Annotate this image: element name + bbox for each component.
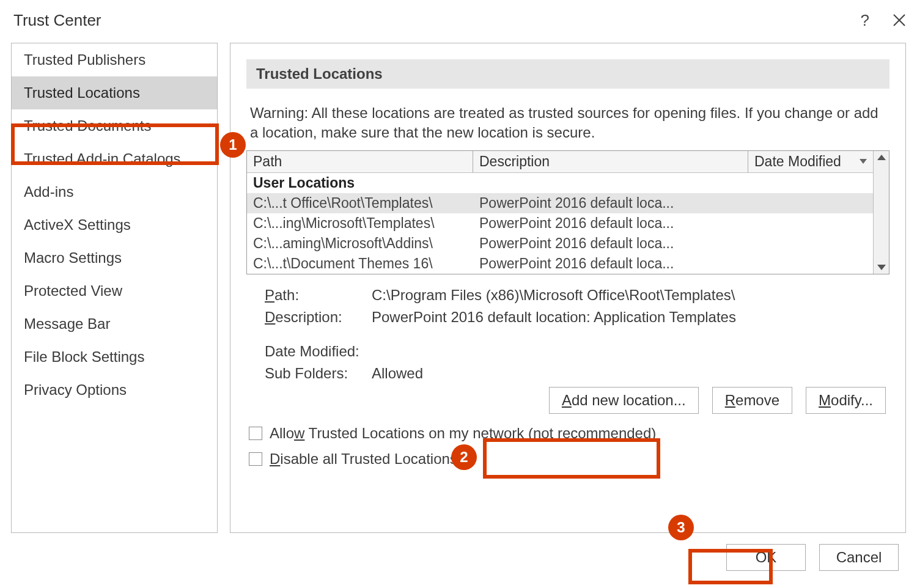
detail-label-description: Description: bbox=[265, 309, 372, 326]
detail-label-path: Path: bbox=[265, 287, 372, 304]
group-user-locations: User Locations bbox=[247, 172, 873, 193]
column-path[interactable]: Path bbox=[247, 151, 473, 172]
sidebar-item-file-block-settings[interactable]: File Block Settings bbox=[12, 340, 217, 373]
detail-value-path: C:\Program Files (x86)\Microsoft Office\… bbox=[372, 287, 871, 304]
sidebar-item-trusted-addin-catalogs[interactable]: Trusted Add-in Catalogs bbox=[12, 142, 217, 175]
warning-text: Warning: All these locations are treated… bbox=[246, 103, 889, 143]
ok-button[interactable]: OK bbox=[726, 544, 806, 571]
cell-path: C:\...t\Document Themes 16\ bbox=[247, 255, 473, 273]
column-date-label: Date Modified bbox=[754, 153, 841, 170]
sidebar-item-privacy-options[interactable]: Privacy Options bbox=[12, 373, 217, 406]
titlebar: Trust Center ? bbox=[0, 0, 917, 43]
cell-date bbox=[748, 235, 873, 252]
cell-desc: PowerPoint 2016 default loca... bbox=[473, 255, 748, 273]
cell-path: C:\...ing\Microsoft\Templates\ bbox=[247, 215, 473, 232]
section-header: Trusted Locations bbox=[246, 59, 889, 89]
dialog-footer: OK Cancel bbox=[0, 533, 917, 588]
sidebar-item-trusted-documents[interactable]: Trusted Documents bbox=[12, 109, 217, 142]
table-row[interactable]: C:\...t Office\Root\Templates\ PowerPoin… bbox=[247, 193, 873, 213]
column-description[interactable]: Description bbox=[473, 151, 748, 172]
cell-path: C:\...t Office\Root\Templates\ bbox=[247, 194, 473, 212]
sort-descending-icon bbox=[860, 159, 867, 164]
remove-button[interactable]: Remove bbox=[712, 387, 792, 414]
column-date-modified[interactable]: Date Modified bbox=[748, 151, 873, 172]
cell-date bbox=[748, 194, 873, 212]
disable-all-checkbox-row[interactable]: Disable all Trusted Locations bbox=[246, 450, 889, 468]
table-scrollbar[interactable] bbox=[873, 151, 889, 274]
cell-date bbox=[748, 215, 873, 232]
body: Trusted Publishers Trusted Locations Tru… bbox=[0, 43, 917, 533]
checkbox-icon[interactable] bbox=[249, 452, 262, 466]
close-icon[interactable] bbox=[893, 13, 906, 27]
scroll-down-icon[interactable] bbox=[877, 265, 886, 270]
help-icon[interactable]: ? bbox=[861, 12, 869, 28]
cell-date bbox=[748, 255, 873, 273]
detail-label-sub-folders: Sub Folders: bbox=[265, 365, 372, 382]
dialog-title: Trust Center bbox=[13, 11, 861, 30]
sidebar-item-add-ins[interactable]: Add-ins bbox=[12, 175, 217, 208]
sidebar-item-protected-view[interactable]: Protected View bbox=[12, 274, 217, 307]
sidebar-item-message-bar[interactable]: Message Bar bbox=[12, 307, 217, 340]
sidebar-item-trusted-locations[interactable]: Trusted Locations bbox=[12, 76, 217, 109]
modify-button[interactable]: Modify... bbox=[806, 387, 886, 414]
detail-value-description: PowerPoint 2016 default location: Applic… bbox=[372, 309, 871, 326]
main-panel: Trusted Locations Warning: All these loc… bbox=[230, 43, 906, 533]
table-row[interactable]: C:\...aming\Microsoft\Addins\ PowerPoint… bbox=[247, 233, 873, 254]
cell-desc: PowerPoint 2016 default loca... bbox=[473, 235, 748, 252]
trusted-locations-table: Path Description Date Modified User Loca… bbox=[246, 150, 889, 274]
cancel-button[interactable]: Cancel bbox=[819, 544, 899, 571]
checkbox-icon[interactable] bbox=[249, 427, 262, 440]
sidebar-item-trusted-publishers[interactable]: Trusted Publishers bbox=[12, 43, 217, 76]
detail-value-date-modified bbox=[372, 343, 871, 360]
detail-label-date-modified: Date Modified: bbox=[265, 343, 372, 360]
selection-details: Path: C:\Program Files (x86)\Microsoft O… bbox=[246, 287, 889, 382]
table-row[interactable]: C:\...ing\Microsoft\Templates\ PowerPoin… bbox=[247, 213, 873, 233]
trust-center-dialog: Trust Center ? Trusted Publishers Truste… bbox=[0, 0, 917, 588]
table-header-row: Path Description Date Modified bbox=[247, 151, 873, 172]
table-row[interactable]: C:\...t\Document Themes 16\ PowerPoint 2… bbox=[247, 254, 873, 274]
add-new-location-button[interactable]: Add new location... bbox=[549, 387, 699, 414]
action-buttons: Add new location... Remove Modify... bbox=[246, 387, 886, 414]
cell-desc: PowerPoint 2016 default loca... bbox=[473, 215, 748, 232]
cell-path: C:\...aming\Microsoft\Addins\ bbox=[247, 235, 473, 252]
allow-network-checkbox-row[interactable]: Allow Trusted Locations on my network (n… bbox=[246, 425, 889, 442]
scroll-up-icon[interactable] bbox=[877, 155, 886, 160]
sidebar-item-macro-settings[interactable]: Macro Settings bbox=[12, 241, 217, 274]
sidebar-item-activex-settings[interactable]: ActiveX Settings bbox=[12, 208, 217, 241]
disable-all-label: Disable all Trusted Locations bbox=[270, 450, 457, 468]
allow-network-label: Allow Trusted Locations on my network (n… bbox=[270, 425, 656, 442]
cell-desc: PowerPoint 2016 default loca... bbox=[473, 194, 748, 212]
sidebar: Trusted Publishers Trusted Locations Tru… bbox=[11, 43, 218, 533]
detail-value-sub-folders: Allowed bbox=[372, 365, 871, 382]
